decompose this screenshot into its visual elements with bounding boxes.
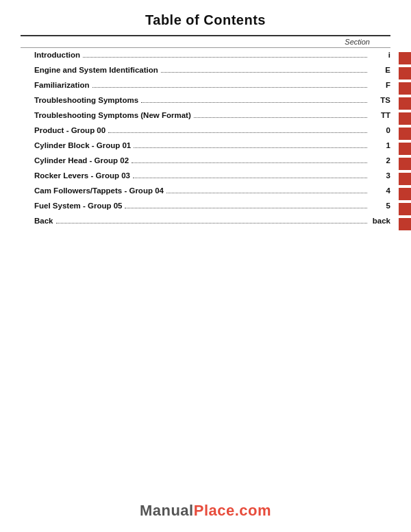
color-block [399,173,411,185]
toc-dots [133,178,367,178]
color-block [399,112,411,125]
toc-section-value: TS [370,96,390,104]
toc-dots [83,57,367,58]
toc-entry-name: Troubleshooting Symptoms [34,96,138,104]
toc-section-value: 0 [370,126,390,134]
color-block [399,128,411,140]
toc-section-value: 1 [370,141,390,149]
toc-section-value: 2 [370,156,390,165]
table-row: Engine and System IdentificationE [34,66,390,81]
toc-entry-name: Back [34,217,53,225]
page-title: Table of Contents [0,12,411,28]
toc-section-value: F [370,81,390,89]
color-block [399,218,411,230]
toc-entry-name: Engine and System Identification [34,66,158,74]
toc-entry-name: Cam Followers/Tappets - Group 04 [34,186,164,195]
table-row: Troubleshooting Symptoms (New Format)TT [34,111,390,126]
toc-dots [125,208,367,208]
toc-dots [56,223,368,223]
toc-entry-name: Introduction [34,51,80,59]
color-block [399,188,411,200]
toc-section-value: i [370,51,390,59]
table-row: Cylinder Block - Group 011 [34,141,390,156]
watermark-prefix: Manual [140,502,194,519]
table-row: Product - Group 000 [34,126,390,141]
toc-dots [166,193,367,193]
color-block [399,67,411,80]
toc-dots [92,87,367,88]
table-row: FamiliarizationF [34,81,390,96]
toc-entry-name: Fuel System - Group 05 [34,202,122,210]
toc-entry-name: Cylinder Block - Group 01 [34,141,131,149]
color-block [399,158,411,170]
color-block [399,82,411,95]
toc-section-value: 5 [370,202,390,210]
table-row: Cam Followers/Tappets - Group 044 [34,186,390,202]
section-header-row: Section [0,36,411,47]
title-area: Table of Contents [0,0,411,32]
section-column-label: Section [345,38,370,46]
toc-section-value: E [370,66,390,74]
toc-entry-name: Familiarization [34,81,90,89]
color-block [399,52,411,64]
toc-dots [134,147,367,148]
toc-entry-name: Cylinder Head - Group 02 [34,156,129,165]
color-block [399,203,411,215]
toc-entry-name: Product - Group 00 [34,126,105,134]
toc-dots [108,132,367,133]
table-row: Backback [34,217,390,232]
table-row: Troubleshooting SymptomsTS [34,96,390,111]
toc-dots [194,117,367,118]
toc-section-value: 4 [370,186,390,195]
toc-dots [132,162,367,163]
toc-section-value: back [370,217,390,225]
toc-section-value: TT [370,111,390,119]
color-block [399,97,411,110]
table-row: Cylinder Head - Group 022 [34,156,390,171]
color-block [399,143,411,155]
toc-dots [141,102,367,103]
toc-table: IntroductioniEngine and System Identific… [0,51,411,232]
table-row: Rocker Levers - Group 033 [34,171,390,186]
table-row: Introductioni [34,51,390,66]
watermark: ManualPlace.com [0,502,411,520]
sub-divider [21,47,390,48]
watermark-text: ManualPlace.com [140,502,271,519]
table-row: Fuel System - Group 055 [34,202,390,217]
page-wrapper: Table of Contents Section IntroductioniE… [0,0,411,532]
toc-dots [161,72,367,73]
toc-section-value: 3 [370,171,390,180]
watermark-suffix: Place.com [194,502,271,519]
toc-entry-name: Troubleshooting Symptoms (New Format) [34,111,191,119]
toc-entry-name: Rocker Levers - Group 03 [34,171,130,180]
